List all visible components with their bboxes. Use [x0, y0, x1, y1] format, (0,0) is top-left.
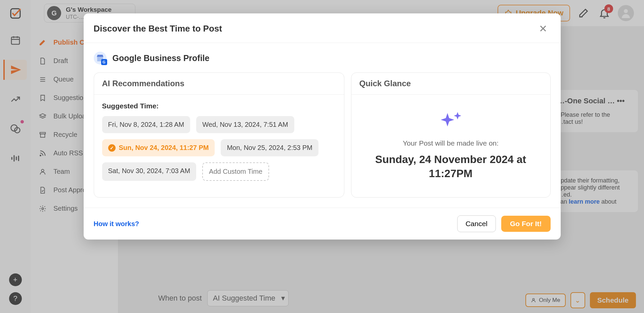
profile-name: Google Business Profile [113, 53, 210, 63]
ai-recommendations-panel: AI Recommendations Suggested Time: Fri, … [94, 72, 344, 198]
time-chip[interactable]: Sat, Nov 30, 2024, 7:03 AM [102, 162, 197, 181]
best-time-modal: Discover the Best Time to Post ✕ G Googl… [84, 13, 561, 240]
add-custom-time-chip[interactable]: Add Custom Time [202, 162, 269, 181]
sparkle-icon [359, 111, 542, 133]
google-business-icon: G [94, 52, 106, 64]
time-chip[interactable]: Wed, Nov 13, 2024, 7:51 AM [196, 116, 294, 133]
check-icon: ✓ [108, 144, 116, 152]
time-chip-label: Sun, Nov 24, 2024, 11:27 PM [119, 144, 209, 152]
modal-title: Discover the Best Time to Post [94, 23, 222, 34]
quick-glance-panel: Quick Glance Your Post will be made live… [351, 72, 551, 198]
cancel-button[interactable]: Cancel [457, 215, 496, 232]
quick-glance-subtext: Your Post will be made live on: [359, 139, 542, 147]
ai-panel-header: AI Recommendations [94, 73, 344, 95]
go-for-it-button[interactable]: Go For It! [501, 216, 550, 232]
time-chip[interactable]: Mon, Nov 25, 2024, 2:53 PM [221, 139, 318, 156]
time-chip-selected[interactable]: ✓ Sun, Nov 24, 2024, 11:27 PM [102, 139, 215, 156]
quick-glance-header: Quick Glance [351, 73, 550, 95]
close-icon[interactable]: ✕ [535, 21, 551, 36]
time-chip[interactable]: Fri, Nov 8, 2024, 1:28 AM [102, 116, 190, 133]
how-it-works-link[interactable]: How it works? [94, 220, 139, 228]
suggested-time-label: Suggested Time: [102, 102, 336, 110]
quick-glance-datetime: Sunday, 24 November 2024 at 11:27PM [359, 153, 542, 180]
